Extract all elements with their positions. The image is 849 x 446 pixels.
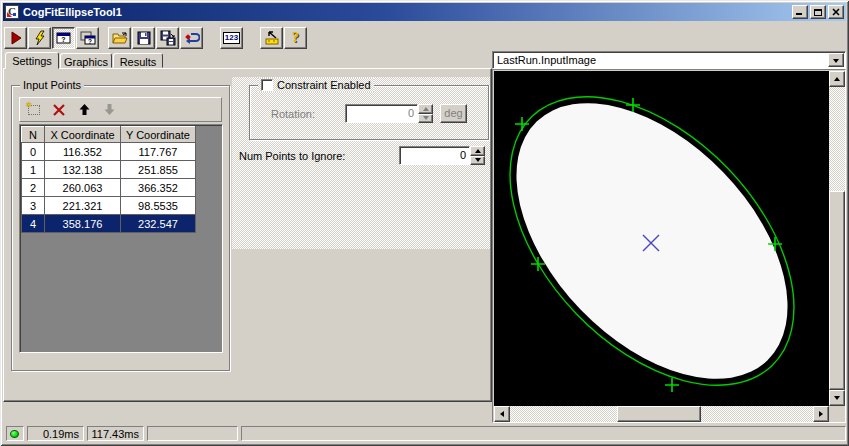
title-bar[interactable]: C CogFitEllipseTool1 bbox=[3, 3, 846, 21]
help-button[interactable]: ? bbox=[284, 27, 307, 49]
spin-up-icon bbox=[475, 149, 481, 153]
settings-tab-page: Input Points ✶ bbox=[3, 68, 492, 402]
spin-down-icon bbox=[475, 158, 481, 162]
vertical-scrollbar[interactable] bbox=[829, 71, 845, 406]
rotation-spinner bbox=[418, 104, 433, 123]
numeric-display-button[interactable]: 123 bbox=[220, 27, 243, 49]
move-point-down-button[interactable] bbox=[101, 103, 117, 117]
table-row[interactable]: 3 221.321 98.5535 bbox=[22, 197, 196, 215]
open-button[interactable] bbox=[108, 27, 131, 49]
status-indicator-panel bbox=[6, 426, 24, 441]
image-display bbox=[492, 69, 846, 423]
question-icon: ? bbox=[292, 31, 299, 45]
horizontal-scrollbar-thumb[interactable] bbox=[617, 406, 701, 422]
selected-image-name: LastRun.InputImage bbox=[497, 54, 596, 66]
run-time-panel: 0.19ms bbox=[27, 426, 84, 441]
horizontal-scrollbar[interactable] bbox=[494, 406, 829, 422]
column-header-x[interactable]: X Coordinate bbox=[45, 127, 121, 143]
app-icon: C bbox=[5, 5, 19, 19]
scroll-right-icon bbox=[819, 411, 823, 417]
num-points-to-ignore-label: Num Points to Ignore: bbox=[239, 150, 345, 162]
move-point-up-button[interactable] bbox=[76, 103, 92, 117]
run-button[interactable] bbox=[4, 27, 27, 49]
image-canvas[interactable] bbox=[494, 71, 829, 406]
maximize-button[interactable] bbox=[810, 5, 826, 19]
show-control-button[interactable]: ? bbox=[52, 27, 75, 49]
window-title: CogFitEllipseTool1 bbox=[23, 6, 792, 18]
table-row-selected[interactable]: 4 358.176 232.547 bbox=[22, 215, 196, 233]
tab-graphics[interactable]: Graphics bbox=[60, 53, 112, 68]
deg-button[interactable]: deg bbox=[440, 104, 467, 123]
open-folder-icon bbox=[112, 30, 128, 46]
arrow-up-icon bbox=[79, 103, 90, 116]
ellipse-overlay-graphic bbox=[494, 71, 829, 406]
num-points-to-ignore-field[interactable]: 0 bbox=[399, 146, 470, 165]
add-point-button[interactable]: ✶ bbox=[26, 103, 42, 117]
input-points-group-label: Input Points bbox=[20, 79, 84, 92]
spin-up-icon bbox=[423, 107, 429, 111]
save-as-button[interactable] bbox=[156, 27, 179, 49]
tab-results[interactable]: Results bbox=[113, 53, 163, 68]
close-button[interactable] bbox=[828, 5, 844, 19]
123-icon: 123 bbox=[223, 32, 240, 44]
input-points-group: Input Points ✶ bbox=[11, 85, 230, 371]
maximize-icon bbox=[814, 9, 822, 16]
cog-fit-ellipse-tool-window: C CogFitEllipseTool1 ? bbox=[0, 0, 849, 446]
reset-arrow-icon bbox=[184, 30, 200, 46]
table-header-row: N X Coordinate Y Coordinate bbox=[22, 127, 196, 143]
float-control-button[interactable]: ? bbox=[76, 27, 99, 49]
spin-down-icon bbox=[423, 116, 429, 120]
num-points-spin-down[interactable] bbox=[470, 156, 485, 166]
points-grid: N X Coordinate Y Coordinate 0 116.352 11… bbox=[19, 124, 223, 353]
num-points-spin-up[interactable] bbox=[470, 146, 485, 156]
rotation-field[interactable]: 0 bbox=[345, 104, 418, 123]
main-toolbar: ? ? bbox=[4, 26, 308, 50]
save-button[interactable] bbox=[132, 27, 155, 49]
image-select-combobox[interactable]: LastRun.InputImage bbox=[492, 51, 846, 69]
lightning-icon bbox=[32, 30, 48, 46]
rotation-spin-down[interactable] bbox=[418, 114, 433, 124]
column-header-n[interactable]: N bbox=[22, 127, 45, 143]
vertical-scrollbar-thumb[interactable] bbox=[829, 191, 845, 390]
table-row[interactable]: 0 116.352 117.767 bbox=[22, 143, 196, 161]
rotation-spin-up[interactable] bbox=[418, 104, 433, 114]
scroll-down-icon bbox=[834, 396, 840, 400]
constraint-group: Constraint Enabled Rotation: 0 deg bbox=[249, 85, 489, 140]
svg-text:?: ? bbox=[61, 36, 65, 43]
floppy-icon bbox=[136, 30, 152, 46]
minimize-button[interactable] bbox=[792, 5, 808, 19]
column-header-y[interactable]: Y Coordinate bbox=[121, 127, 196, 143]
svg-text:?: ? bbox=[88, 38, 92, 45]
position-tool-button[interactable] bbox=[260, 27, 283, 49]
rotation-label: Rotation: bbox=[271, 108, 315, 120]
play-icon bbox=[8, 30, 24, 46]
status-bar: 0.19ms 117.43ms bbox=[3, 424, 846, 443]
minimize-icon bbox=[796, 13, 802, 15]
floppy-arrow-icon bbox=[160, 30, 176, 46]
scroll-left-icon bbox=[500, 411, 504, 417]
scroll-down-button[interactable] bbox=[829, 390, 845, 406]
scroll-up-icon bbox=[834, 77, 840, 81]
scroll-up-button[interactable] bbox=[829, 71, 845, 87]
delete-x-icon bbox=[53, 104, 65, 116]
delete-point-button[interactable] bbox=[51, 103, 67, 117]
points-toolbar: ✶ bbox=[19, 97, 222, 122]
cascade-window-icon: ? bbox=[80, 30, 96, 46]
table-row[interactable]: 1 132.138 251.855 bbox=[22, 161, 196, 179]
points-table[interactable]: N X Coordinate Y Coordinate 0 116.352 11… bbox=[21, 126, 196, 233]
reset-button[interactable] bbox=[180, 27, 203, 49]
tab-settings[interactable]: Settings bbox=[5, 52, 59, 69]
table-row[interactable]: 2 260.063 366.352 bbox=[22, 179, 196, 197]
total-time-panel: 117.43ms bbox=[87, 426, 144, 441]
close-icon bbox=[829, 6, 843, 18]
scroll-left-button[interactable] bbox=[494, 406, 510, 422]
window-question-icon: ? bbox=[56, 30, 72, 46]
chevron-down-icon bbox=[833, 59, 839, 63]
status-panel-empty-1 bbox=[147, 426, 238, 441]
scroll-right-button[interactable] bbox=[813, 406, 829, 422]
constraint-enabled-checkbox[interactable] bbox=[261, 79, 273, 91]
constraint-enabled-label: Constraint Enabled bbox=[277, 79, 371, 91]
run-tool-button[interactable] bbox=[28, 27, 51, 49]
combo-dropdown-button[interactable] bbox=[828, 53, 844, 67]
num-points-spinner bbox=[470, 146, 485, 165]
